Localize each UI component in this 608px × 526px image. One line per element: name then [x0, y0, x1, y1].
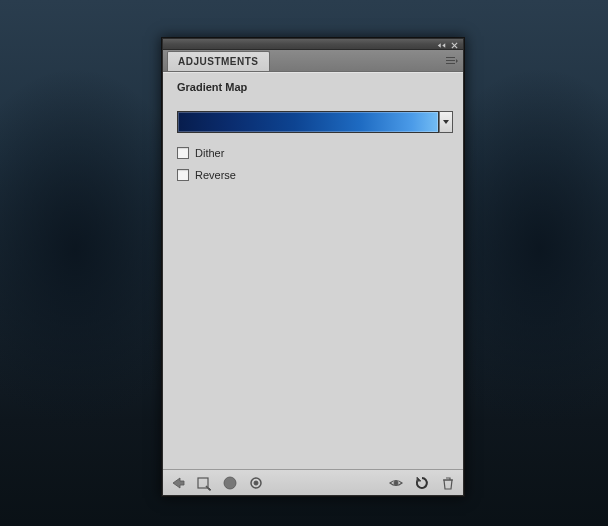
reverse-checkbox[interactable] [177, 169, 189, 181]
expanded-view-button[interactable] [221, 474, 239, 492]
clip-to-layer-button[interactable] [247, 474, 265, 492]
back-button[interactable] [169, 474, 187, 492]
gradient-dropdown-button[interactable] [439, 111, 453, 133]
panel-content: Gradient Map Dither Reverse [163, 72, 463, 469]
svg-point-4 [394, 481, 398, 485]
adjustments-list-icon [196, 475, 212, 491]
expanded-view-icon [222, 475, 238, 491]
adjustment-heading: Gradient Map [177, 81, 453, 93]
dither-checkbox[interactable] [177, 147, 189, 159]
panel-titlebar[interactable] [163, 39, 463, 50]
dither-label: Dither [195, 147, 224, 159]
tab-label: ADJUSTMENTS [178, 56, 259, 67]
clip-icon [248, 475, 264, 491]
panel-menu-button[interactable] [445, 54, 459, 68]
svg-point-1 [224, 477, 236, 489]
reverse-label: Reverse [195, 169, 236, 181]
reset-button[interactable] [413, 474, 431, 492]
adjustments-list-button[interactable] [195, 474, 213, 492]
tab-adjustments[interactable]: ADJUSTMENTS [167, 51, 270, 71]
eye-icon [388, 475, 404, 491]
reset-icon [414, 475, 430, 491]
chevron-down-icon [443, 120, 449, 124]
svg-point-3 [254, 481, 258, 485]
reverse-option[interactable]: Reverse [177, 169, 453, 181]
adjustments-panel: ADJUSTMENTS Gradient Map Dither Reverse [162, 38, 464, 496]
gradient-preview[interactable] [177, 111, 439, 133]
delete-button[interactable] [439, 474, 457, 492]
panel-tabbar: ADJUSTMENTS [163, 50, 463, 72]
gradient-picker[interactable] [177, 111, 453, 133]
previous-state-button[interactable] [387, 474, 405, 492]
trash-icon [440, 475, 456, 491]
dither-option[interactable]: Dither [177, 147, 453, 159]
back-arrow-icon [170, 475, 186, 491]
panel-footer [163, 469, 463, 495]
